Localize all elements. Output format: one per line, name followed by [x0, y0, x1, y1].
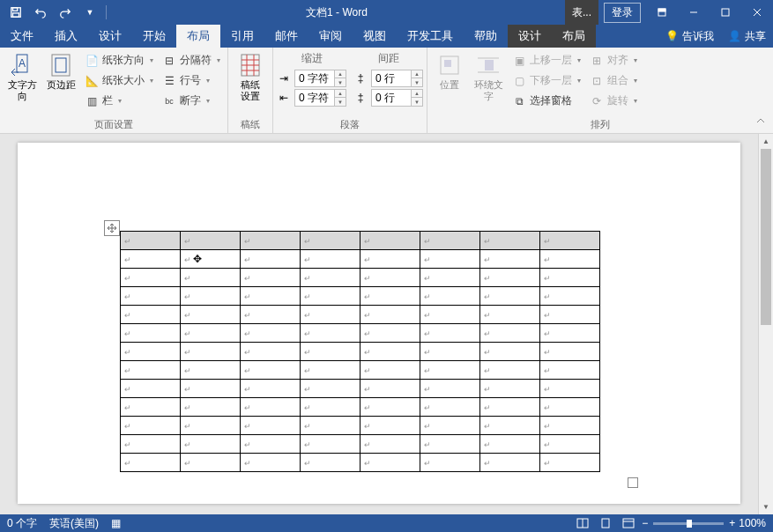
table-row[interactable]: ↵↵↵↵↵↵↵↵: [121, 454, 600, 472]
hyphenation-button[interactable]: bc断字▾: [159, 92, 224, 110]
table-row[interactable]: ↵↵↵↵↵↵↵↵: [121, 343, 600, 361]
table-cell[interactable]: ↵: [121, 232, 181, 250]
table-cell[interactable]: ↵: [241, 250, 301, 269]
table-cell[interactable]: ↵: [420, 287, 480, 306]
table-cell[interactable]: ↵: [181, 269, 241, 287]
redo-button[interactable]: [55, 2, 76, 23]
table-cell[interactable]: ↵: [241, 269, 301, 287]
scroll-down-button[interactable]: ▼: [759, 499, 773, 514]
wrap-text-button[interactable]: 环绕文字: [470, 49, 507, 102]
table-cell[interactable]: ↵: [121, 343, 181, 361]
document-table[interactable]: ↵↵↵↵↵↵↵↵↵↵✥↵↵↵↵↵↵↵↵↵↵↵↵↵↵↵↵↵↵↵↵↵↵↵↵↵↵↵↵↵…: [120, 231, 600, 472]
table-cell[interactable]: ↵: [480, 343, 540, 361]
table-cell[interactable]: ↵: [121, 454, 181, 472]
table-cell[interactable]: ↵: [181, 361, 241, 380]
qat-customize-button[interactable]: ▼: [79, 2, 100, 23]
table-cell[interactable]: ↵: [420, 269, 480, 287]
table-cell[interactable]: ↵: [121, 287, 181, 306]
table-cell[interactable]: ↵: [301, 269, 360, 287]
language-status[interactable]: 英语(美国): [49, 516, 99, 531]
table-cell[interactable]: ↵: [121, 435, 181, 454]
document-scroll[interactable]: ↵↵↵↵↵↵↵↵↵↵✥↵↵↵↵↵↵↵↵↵↵↵↵↵↵↵↵↵↵↵↵↵↵↵↵↵↵↵↵↵…: [0, 134, 758, 514]
spacing-after-input[interactable]: 0 行▲▼: [371, 89, 423, 107]
table-cell[interactable]: ↵: [121, 269, 181, 287]
manuscript-settings-button[interactable]: 稿纸 设置: [232, 49, 269, 102]
table-cell[interactable]: ↵: [181, 232, 241, 250]
table-cell[interactable]: ↵: [420, 306, 480, 324]
table-cell[interactable]: ↵: [301, 454, 360, 472]
table-cell[interactable]: ↵: [540, 250, 600, 269]
table-cell[interactable]: ↵: [181, 398, 241, 417]
table-cell[interactable]: ↵: [301, 398, 360, 417]
table-cell[interactable]: ↵: [360, 380, 420, 398]
save-button[interactable]: [5, 2, 26, 23]
table-cell[interactable]: ↵: [420, 343, 480, 361]
table-row[interactable]: ↵↵↵↵↵↵↵↵: [121, 306, 600, 324]
table-cell[interactable]: ↵: [241, 417, 301, 435]
table-cell[interactable]: ↵: [360, 232, 420, 250]
tab-insert[interactable]: 插入: [44, 25, 88, 48]
tab-help[interactable]: 帮助: [464, 25, 508, 48]
table-cell[interactable]: ↵: [480, 454, 540, 472]
table-cell[interactable]: ↵: [181, 287, 241, 306]
table-cell[interactable]: ↵: [121, 417, 181, 435]
table-cell[interactable]: ↵: [301, 232, 360, 250]
table-cell[interactable]: ↵: [360, 250, 420, 269]
table-cell[interactable]: ↵: [301, 361, 360, 380]
table-cell[interactable]: ↵: [241, 380, 301, 398]
table-cell[interactable]: ↵: [301, 343, 360, 361]
table-row[interactable]: ↵↵↵↵↵↵↵↵: [121, 398, 600, 417]
table-cell[interactable]: ↵: [420, 417, 480, 435]
table-cell[interactable]: ↵: [181, 435, 241, 454]
table-cell[interactable]: ↵: [181, 417, 241, 435]
table-cell[interactable]: ↵: [241, 343, 301, 361]
table-resize-handle[interactable]: [628, 477, 638, 488]
table-cell[interactable]: ↵: [181, 324, 241, 343]
table-cell[interactable]: ↵: [121, 306, 181, 324]
ribbon-display-options-button[interactable]: [646, 0, 678, 25]
send-backward-button[interactable]: ▢下移一层▾: [509, 71, 584, 90]
word-count[interactable]: 0 个字: [7, 516, 37, 531]
table-cell[interactable]: ↵: [480, 250, 540, 269]
table-cell[interactable]: ↵: [540, 398, 600, 417]
table-cell[interactable]: ↵✥: [181, 250, 241, 269]
tab-table-design[interactable]: 设计: [508, 25, 552, 48]
text-direction-button[interactable]: A 文字方向: [4, 49, 41, 102]
table-cell[interactable]: ↵: [480, 380, 540, 398]
table-cell[interactable]: ↵: [301, 324, 360, 343]
table-cell[interactable]: ↵: [241, 306, 301, 324]
tab-mailings[interactable]: 邮件: [264, 25, 308, 48]
table-cell[interactable]: ↵: [540, 306, 600, 324]
table-cell[interactable]: ↵: [360, 417, 420, 435]
table-row[interactable]: ↵↵↵↵↵↵↵↵: [121, 361, 600, 380]
table-cell[interactable]: ↵: [480, 269, 540, 287]
table-cell[interactable]: ↵: [360, 343, 420, 361]
table-cell[interactable]: ↵: [480, 435, 540, 454]
align-button[interactable]: ⊞对齐▾: [586, 51, 641, 70]
table-row[interactable]: ↵↵✥↵↵↵↵↵↵: [121, 250, 600, 269]
login-button[interactable]: 登录: [604, 3, 641, 23]
table-cell[interactable]: ↵: [420, 435, 480, 454]
table-cell[interactable]: ↵: [241, 232, 301, 250]
print-layout-button[interactable]: [596, 515, 615, 531]
minimize-button[interactable]: [678, 0, 710, 25]
table-row[interactable]: ↵↵↵↵↵↵↵↵: [121, 232, 600, 250]
group-button[interactable]: ⊡组合▾: [586, 71, 641, 90]
maximize-button[interactable]: [710, 0, 741, 25]
tab-table-layout[interactable]: 布局: [552, 25, 596, 48]
tab-references[interactable]: 引用: [220, 25, 264, 48]
bring-forward-button[interactable]: ▣上移一层▾: [509, 51, 584, 70]
table-row[interactable]: ↵↵↵↵↵↵↵↵: [121, 287, 600, 306]
table-cell[interactable]: ↵: [540, 435, 600, 454]
tab-devtools[interactable]: 开发工具: [397, 25, 464, 48]
table-cell[interactable]: ↵: [360, 287, 420, 306]
table-cell[interactable]: ↵: [420, 250, 480, 269]
zoom-slider[interactable]: − +: [642, 517, 735, 529]
breaks-button[interactable]: ⊟分隔符▾: [159, 51, 224, 70]
table-cell[interactable]: ↵: [540, 417, 600, 435]
margins-button[interactable]: 页边距: [42, 49, 79, 91]
zoom-level[interactable]: 100%: [739, 517, 766, 529]
table-cell[interactable]: ↵: [360, 324, 420, 343]
tab-design[interactable]: 设计: [88, 25, 132, 48]
table-cell[interactable]: ↵: [420, 232, 480, 250]
